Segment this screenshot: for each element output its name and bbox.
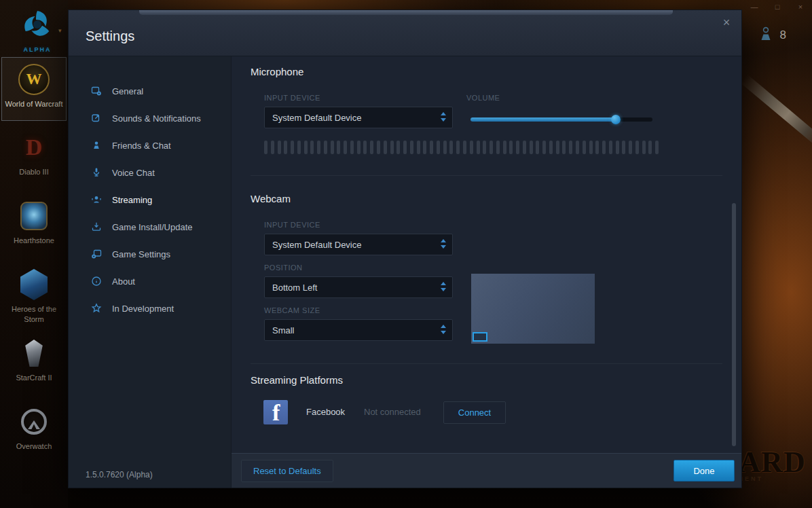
mic-input-device-select[interactable]: System Default Device <box>264 107 453 128</box>
mic-level-segment <box>463 141 466 154</box>
mic-level-segment <box>437 141 440 154</box>
section-divider <box>251 363 722 364</box>
nav-item-voice-chat[interactable]: Voice Chat <box>69 159 231 186</box>
friends-indicator[interactable]: 8 <box>758 26 786 45</box>
close-window-button[interactable]: × <box>794 1 807 12</box>
nav-item-label: Game Install/Update <box>112 222 193 232</box>
webcam-input-device-value: System Default Device <box>272 240 362 250</box>
friends-icon <box>758 26 773 45</box>
webcam-input-device-select[interactable]: System Default Device <box>264 234 453 255</box>
diablo-game-icon: D <box>18 131 50 164</box>
settings-nav: GeneralSounds & NotificationsFriends & C… <box>69 56 232 488</box>
game-list: WWorld of WarcraftDDiablo IIIHearthstone… <box>0 57 68 469</box>
mic-level-segment <box>317 141 320 154</box>
alpha-label: ALPHA <box>18 46 57 53</box>
game-item-diablo[interactable]: DDiablo III <box>1 126 67 194</box>
game-item-overwatch[interactable]: Overwatch <box>1 400 67 469</box>
game-item-heroes[interactable]: Heroes of the Storm <box>1 263 67 331</box>
mic-level-segment <box>635 141 639 154</box>
game-item-label: Overwatch <box>16 441 52 452</box>
webcam-position-select[interactable]: Bottom Left <box>264 276 453 298</box>
mic-level-segment <box>509 141 513 154</box>
friends-count: 8 <box>780 29 786 42</box>
mic-level-segment <box>331 141 334 154</box>
sounds-icon <box>91 113 102 124</box>
game-item-label: Heroes of the Storm <box>5 304 63 325</box>
mic-level-segment <box>595 141 599 154</box>
voice-chat-icon <box>91 167 102 178</box>
mic-level-segment <box>449 141 453 154</box>
stepper-icon <box>441 325 446 334</box>
mic-level-segment <box>622 141 625 154</box>
minimize-button[interactable]: — <box>748 1 760 12</box>
reset-to-defaults-button[interactable]: Reset to Defaults <box>241 460 333 482</box>
nav-item-about[interactable]: About <box>69 268 231 295</box>
mic-level-segment <box>443 141 447 154</box>
mic-level-segment <box>310 141 314 154</box>
nav-item-label: General <box>112 86 143 96</box>
nav-item-in-development[interactable]: In Development <box>69 295 231 322</box>
connect-button[interactable]: Connect <box>443 401 506 424</box>
mic-level-segment <box>278 141 281 154</box>
nav-item-streaming[interactable]: Streaming <box>69 186 231 213</box>
mic-level-segment <box>357 141 361 154</box>
about-icon <box>91 276 102 287</box>
platforms-heading: Streaming Platforms <box>251 374 343 386</box>
mic-level-segment <box>516 141 519 154</box>
mic-level-segment <box>602 141 606 154</box>
mic-level-segment <box>396 141 400 154</box>
microphone-heading: Microphone <box>251 66 303 77</box>
game-item-sc2[interactable]: StarCraft II <box>1 331 67 400</box>
game-item-hearthstone[interactable]: Hearthstone <box>1 194 67 263</box>
nav-item-game-settings[interactable]: Game Settings <box>69 240 231 268</box>
mic-level-segment <box>549 141 553 154</box>
mic-level-segment <box>589 141 593 154</box>
mic-level-segment <box>384 141 387 154</box>
nav-item-sounds-notifications[interactable]: Sounds & Notifications <box>69 105 231 132</box>
stepper-icon <box>441 239 446 249</box>
platform-status: Not connected <box>364 407 421 417</box>
nav-item-label: Game Settings <box>112 249 170 259</box>
mic-level-segment <box>642 141 646 154</box>
close-dialog-icon[interactable]: × <box>718 14 735 31</box>
dialog-header: Settings <box>69 10 741 56</box>
game-item-label: Diablo III <box>19 167 48 177</box>
mic-level-segment <box>609 141 612 154</box>
slider-thumb[interactable] <box>611 115 621 124</box>
mic-volume-label: VOLUME <box>466 94 500 102</box>
section-divider <box>251 175 722 176</box>
game-item-wow[interactable]: WWorld of Warcraft <box>1 57 67 121</box>
game-item-label: Hearthstone <box>14 236 54 246</box>
mic-level-segment <box>536 141 539 154</box>
facebook-icon: f <box>263 400 288 424</box>
mic-level-segment <box>410 141 413 154</box>
webcam-heading: Webcam <box>251 193 291 204</box>
hearthstone-game-icon <box>18 200 50 232</box>
mic-level-segment <box>496 141 500 154</box>
content-scrollbar[interactable] <box>732 203 736 446</box>
done-button[interactable]: Done <box>673 460 735 482</box>
maximize-button[interactable]: □ <box>771 1 783 12</box>
settings-nav-list: GeneralSounds & NotificationsFriends & C… <box>69 56 231 322</box>
mic-level-segment <box>423 141 426 154</box>
mic-volume-slider[interactable] <box>470 115 652 124</box>
mic-level-segment <box>655 141 659 154</box>
slider-fill <box>470 117 616 122</box>
chevron-down-icon[interactable]: ▾ <box>58 27 62 34</box>
mic-level-meter <box>264 141 659 154</box>
nav-item-friends-chat[interactable]: Friends & Chat <box>69 132 231 159</box>
webcam-size-select[interactable]: Small <box>264 319 453 341</box>
app-sidebar: ALPHA ▾ WWorld of WarcraftDDiablo IIIHea… <box>0 0 68 508</box>
friends-icon <box>91 140 102 151</box>
streaming-icon <box>91 194 102 205</box>
app-window: ZARD AINMENT — □ × 8 ALPHA <box>0 0 812 508</box>
mic-level-segment <box>569 141 572 154</box>
webcam-size-label: WEBCAM SIZE <box>264 306 320 314</box>
mic-level-segment <box>530 141 533 154</box>
mic-level-segment <box>350 141 354 154</box>
nav-item-game-install-update[interactable]: Game Install/Update <box>69 213 231 240</box>
mic-level-segment <box>284 141 287 154</box>
battle-net-logo[interactable]: ALPHA <box>18 8 57 53</box>
mic-level-segment <box>264 141 267 154</box>
nav-item-general[interactable]: General <box>69 77 231 105</box>
